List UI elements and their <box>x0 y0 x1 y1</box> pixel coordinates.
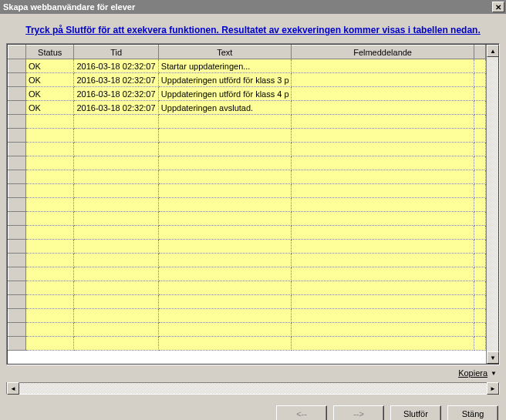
row-header[interactable] <box>8 337 26 351</box>
row-header[interactable] <box>8 170 26 184</box>
row-header[interactable] <box>8 101 26 115</box>
hscroll-track[interactable] <box>19 383 487 394</box>
cell-status[interactable]: OK <box>25 73 74 87</box>
cell-fel[interactable] <box>291 184 474 198</box>
cell-text[interactable] <box>158 184 291 198</box>
cell-status[interactable] <box>25 184 74 198</box>
row-header[interactable] <box>8 309 26 323</box>
col-status-header[interactable]: Status <box>25 45 74 59</box>
cell-tid[interactable] <box>74 281 158 295</box>
row-header[interactable] <box>8 156 26 170</box>
cell-tid[interactable]: 2016-03-18 02:32:07 <box>74 101 158 115</box>
cell-fel[interactable] <box>291 143 474 156</box>
cell-tid[interactable] <box>74 337 158 351</box>
cell-tid[interactable]: 2016-03-18 02:32:07 <box>74 87 158 101</box>
table-row[interactable] <box>8 143 486 156</box>
table-row[interactable] <box>8 129 486 143</box>
cell-text[interactable] <box>158 212 291 226</box>
table-row[interactable] <box>8 309 486 323</box>
cell-status[interactable] <box>25 156 74 170</box>
cell-fel[interactable] <box>291 323 474 337</box>
cell-status[interactable] <box>25 281 74 295</box>
cell-status[interactable]: OK <box>25 101 74 115</box>
cell-tid[interactable] <box>74 184 158 198</box>
table-row[interactable] <box>8 212 486 226</box>
row-header[interactable] <box>8 143 26 156</box>
row-header[interactable] <box>8 87 26 101</box>
cell-text[interactable] <box>158 115 291 129</box>
cell-text[interactable] <box>158 309 291 323</box>
table-row[interactable] <box>8 295 486 309</box>
table-row[interactable] <box>8 198 486 212</box>
table-row[interactable] <box>8 337 486 351</box>
col-text-header[interactable]: Text <box>158 45 291 59</box>
table-row[interactable] <box>8 170 486 184</box>
cell-tid[interactable]: 2016-03-18 02:32:07 <box>74 59 158 73</box>
row-header[interactable] <box>8 254 26 267</box>
table-row[interactable] <box>8 184 486 198</box>
cell-tid[interactable] <box>74 254 158 267</box>
cell-status[interactable] <box>25 129 74 143</box>
cell-fel[interactable] <box>291 59 474 73</box>
scroll-right-icon[interactable]: ► <box>487 382 499 395</box>
row-header[interactable] <box>8 240 26 254</box>
table-row[interactable]: OK2016-03-18 02:32:07Uppdateringen utför… <box>8 87 486 101</box>
cell-fel[interactable] <box>291 87 474 101</box>
cell-tid[interactable] <box>74 156 158 170</box>
cell-status[interactable] <box>25 267 74 281</box>
cell-tid[interactable] <box>74 198 158 212</box>
cell-fel[interactable] <box>291 226 474 240</box>
horizontal-scrollbar[interactable]: ◄ ► <box>6 382 500 395</box>
cell-text[interactable] <box>158 295 291 309</box>
row-header[interactable] <box>8 129 26 143</box>
cell-fel[interactable] <box>291 101 474 115</box>
cell-fel[interactable] <box>291 240 474 254</box>
cell-status[interactable] <box>25 198 74 212</box>
cell-text[interactable] <box>158 267 291 281</box>
cell-tid[interactable] <box>74 115 158 129</box>
table-row[interactable]: OK2016-03-18 02:32:07Startar uppdatering… <box>8 59 486 73</box>
cell-text[interactable]: Uppdateringen utförd för klass 3 p <box>158 73 291 87</box>
cell-fel[interactable] <box>291 295 474 309</box>
chevron-down-icon[interactable]: ▼ <box>491 370 497 377</box>
cell-text[interactable] <box>158 226 291 240</box>
cell-status[interactable] <box>25 240 74 254</box>
table-row[interactable] <box>8 115 486 129</box>
close-icon[interactable]: ✕ <box>492 2 504 12</box>
row-header[interactable] <box>8 184 26 198</box>
cell-text[interactable] <box>158 254 291 267</box>
cell-tid[interactable] <box>74 295 158 309</box>
cell-status[interactable] <box>25 170 74 184</box>
cell-fel[interactable] <box>291 212 474 226</box>
col-tid-header[interactable]: Tid <box>74 45 158 59</box>
cell-text[interactable] <box>158 170 291 184</box>
row-header[interactable] <box>8 267 26 281</box>
table-row[interactable]: OK2016-03-18 02:32:07Uppdateringen utför… <box>8 73 486 87</box>
cell-tid[interactable] <box>74 226 158 240</box>
table-row[interactable] <box>8 156 486 170</box>
cell-text[interactable]: Uppdateringen avslutad. <box>158 101 291 115</box>
cell-text[interactable] <box>158 198 291 212</box>
table-row[interactable] <box>8 281 486 295</box>
row-header[interactable] <box>8 212 26 226</box>
row-header[interactable] <box>8 198 26 212</box>
cell-text[interactable] <box>158 337 291 351</box>
table-row[interactable]: OK2016-03-18 02:32:07Uppdateringen avslu… <box>8 101 486 115</box>
finish-button[interactable]: Slutför <box>390 405 441 420</box>
cell-status[interactable] <box>25 295 74 309</box>
next-button[interactable]: --> <box>333 405 384 420</box>
copy-link[interactable]: Kopiera <box>458 368 487 378</box>
cell-tid[interactable] <box>74 323 158 337</box>
cell-fel[interactable] <box>291 73 474 87</box>
cell-status[interactable] <box>25 143 74 156</box>
cell-tid[interactable] <box>74 240 158 254</box>
row-header[interactable] <box>8 295 26 309</box>
cell-text[interactable] <box>158 129 291 143</box>
table-row[interactable] <box>8 254 486 267</box>
cell-status[interactable] <box>25 115 74 129</box>
cell-status[interactable] <box>25 309 74 323</box>
cell-tid[interactable]: 2016-03-18 02:32:07 <box>74 73 158 87</box>
cell-status[interactable]: OK <box>25 59 74 73</box>
scroll-down-icon[interactable]: ▼ <box>487 351 499 364</box>
cell-fel[interactable] <box>291 267 474 281</box>
